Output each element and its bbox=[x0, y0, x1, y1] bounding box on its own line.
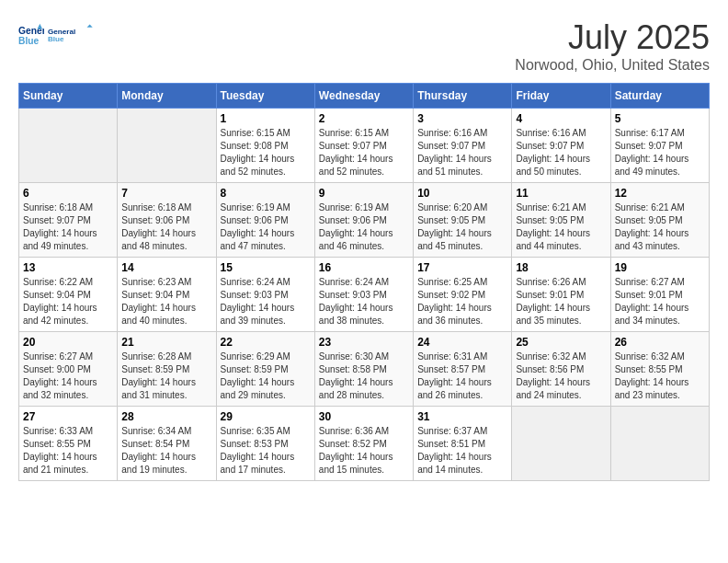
day-info: Sunrise: 6:30 AMSunset: 8:58 PMDaylight:… bbox=[319, 350, 409, 402]
calendar-cell: 18Sunrise: 6:26 AMSunset: 9:01 PMDayligh… bbox=[512, 258, 610, 332]
day-number: 13 bbox=[23, 261, 113, 274]
day-number: 3 bbox=[417, 112, 507, 125]
calendar-cell bbox=[19, 109, 118, 183]
calendar-cell: 4Sunrise: 6:16 AMSunset: 9:07 PMDaylight… bbox=[512, 109, 610, 183]
day-number: 14 bbox=[121, 261, 211, 274]
logo: General Blue General Blue bbox=[18, 18, 94, 51]
calendar-cell: 31Sunrise: 6:37 AMSunset: 8:51 PMDayligh… bbox=[414, 407, 512, 481]
calendar-cell: 10Sunrise: 6:20 AMSunset: 9:05 PMDayligh… bbox=[414, 183, 512, 258]
calendar-cell: 24Sunrise: 6:31 AMSunset: 8:57 PMDayligh… bbox=[414, 332, 512, 407]
calendar-week-5: 27Sunrise: 6:33 AMSunset: 8:55 PMDayligh… bbox=[19, 407, 710, 481]
calendar-cell: 16Sunrise: 6:24 AMSunset: 9:03 PMDayligh… bbox=[314, 258, 413, 332]
calendar-cell bbox=[512, 407, 610, 481]
day-info: Sunrise: 6:21 AMSunset: 9:05 PMDaylight:… bbox=[516, 201, 606, 253]
calendar-cell: 6Sunrise: 6:18 AMSunset: 9:07 PMDaylight… bbox=[19, 183, 118, 258]
day-number: 27 bbox=[23, 410, 113, 423]
calendar-cell: 29Sunrise: 6:35 AMSunset: 8:53 PMDayligh… bbox=[216, 407, 314, 481]
svg-text:Blue: Blue bbox=[48, 35, 64, 43]
calendar-cell: 11Sunrise: 6:21 AMSunset: 9:05 PMDayligh… bbox=[512, 183, 610, 258]
column-header-thursday: Thursday bbox=[414, 84, 512, 109]
calendar-cell: 20Sunrise: 6:27 AMSunset: 9:00 PMDayligh… bbox=[19, 332, 118, 407]
calendar-cell: 23Sunrise: 6:30 AMSunset: 8:58 PMDayligh… bbox=[314, 332, 413, 407]
calendar-cell: 25Sunrise: 6:32 AMSunset: 8:56 PMDayligh… bbox=[512, 332, 610, 407]
day-number: 4 bbox=[516, 112, 606, 125]
day-info: Sunrise: 6:27 AMSunset: 9:00 PMDaylight:… bbox=[23, 350, 113, 402]
calendar-cell: 12Sunrise: 6:21 AMSunset: 9:05 PMDayligh… bbox=[610, 183, 709, 258]
calendar-cell: 9Sunrise: 6:19 AMSunset: 9:06 PMDaylight… bbox=[314, 183, 413, 258]
day-number: 8 bbox=[221, 187, 311, 200]
column-header-sunday: Sunday bbox=[19, 84, 118, 109]
day-info: Sunrise: 6:35 AMSunset: 8:53 PMDaylight:… bbox=[221, 425, 311, 477]
calendar-cell: 5Sunrise: 6:17 AMSunset: 9:07 PMDaylight… bbox=[610, 109, 709, 183]
calendar-cell: 13Sunrise: 6:22 AMSunset: 9:04 PMDayligh… bbox=[19, 258, 118, 332]
day-info: Sunrise: 6:31 AMSunset: 8:57 PMDaylight:… bbox=[417, 350, 507, 402]
svg-text:Blue: Blue bbox=[18, 36, 40, 46]
svg-text:General: General bbox=[48, 28, 75, 36]
calendar-cell: 19Sunrise: 6:27 AMSunset: 9:01 PMDayligh… bbox=[610, 258, 709, 332]
column-header-wednesday: Wednesday bbox=[314, 84, 413, 109]
location: Norwood, Ohio, United States bbox=[515, 57, 710, 74]
day-number: 18 bbox=[516, 261, 606, 274]
day-number: 16 bbox=[319, 261, 409, 274]
day-info: Sunrise: 6:33 AMSunset: 8:55 PMDaylight:… bbox=[23, 425, 113, 477]
day-info: Sunrise: 6:15 AMSunset: 9:07 PMDaylight:… bbox=[319, 127, 409, 178]
day-number: 12 bbox=[615, 187, 705, 200]
day-number: 30 bbox=[319, 410, 409, 423]
day-info: Sunrise: 6:19 AMSunset: 9:06 PMDaylight:… bbox=[319, 201, 409, 253]
column-header-friday: Friday bbox=[512, 84, 610, 109]
logo-icon: General Blue bbox=[18, 22, 44, 48]
page-header: General Blue General Blue July 2025 Norw… bbox=[18, 18, 710, 74]
day-number: 19 bbox=[615, 261, 705, 274]
calendar-cell: 14Sunrise: 6:23 AMSunset: 9:04 PMDayligh… bbox=[118, 258, 216, 332]
calendar-header-row: SundayMondayTuesdayWednesdayThursdayFrid… bbox=[19, 84, 710, 109]
day-number: 17 bbox=[417, 261, 507, 274]
day-info: Sunrise: 6:27 AMSunset: 9:01 PMDaylight:… bbox=[615, 276, 705, 327]
calendar-table: SundayMondayTuesdayWednesdayThursdayFrid… bbox=[18, 83, 710, 481]
day-number: 25 bbox=[516, 336, 606, 349]
day-info: Sunrise: 6:29 AMSunset: 8:59 PMDaylight:… bbox=[221, 350, 311, 402]
calendar-week-3: 13Sunrise: 6:22 AMSunset: 9:04 PMDayligh… bbox=[19, 258, 710, 332]
day-info: Sunrise: 6:34 AMSunset: 8:54 PMDaylight:… bbox=[121, 425, 211, 477]
calendar-cell: 7Sunrise: 6:18 AMSunset: 9:06 PMDaylight… bbox=[118, 183, 216, 258]
calendar-cell: 15Sunrise: 6:24 AMSunset: 9:03 PMDayligh… bbox=[216, 258, 314, 332]
day-number: 9 bbox=[319, 187, 409, 200]
calendar-cell: 30Sunrise: 6:36 AMSunset: 8:52 PMDayligh… bbox=[314, 407, 413, 481]
calendar-cell: 21Sunrise: 6:28 AMSunset: 8:59 PMDayligh… bbox=[118, 332, 216, 407]
day-number: 20 bbox=[23, 336, 113, 349]
day-number: 23 bbox=[319, 336, 409, 349]
day-number: 24 bbox=[417, 336, 507, 349]
calendar-cell: 17Sunrise: 6:25 AMSunset: 9:02 PMDayligh… bbox=[414, 258, 512, 332]
day-number: 7 bbox=[121, 187, 211, 200]
column-header-monday: Monday bbox=[118, 84, 216, 109]
svg-marker-5 bbox=[87, 25, 93, 28]
day-number: 26 bbox=[615, 336, 705, 349]
calendar-cell: 27Sunrise: 6:33 AMSunset: 8:55 PMDayligh… bbox=[19, 407, 118, 481]
day-number: 15 bbox=[221, 261, 311, 274]
day-info: Sunrise: 6:18 AMSunset: 9:06 PMDaylight:… bbox=[121, 201, 211, 253]
day-info: Sunrise: 6:28 AMSunset: 8:59 PMDaylight:… bbox=[121, 350, 211, 402]
day-info: Sunrise: 6:24 AMSunset: 9:03 PMDaylight:… bbox=[221, 276, 311, 327]
calendar-cell: 22Sunrise: 6:29 AMSunset: 8:59 PMDayligh… bbox=[216, 332, 314, 407]
day-number: 6 bbox=[23, 187, 113, 200]
day-number: 28 bbox=[121, 410, 211, 423]
day-info: Sunrise: 6:20 AMSunset: 9:05 PMDaylight:… bbox=[417, 201, 507, 253]
day-info: Sunrise: 6:19 AMSunset: 9:06 PMDaylight:… bbox=[221, 201, 311, 253]
day-number: 22 bbox=[221, 336, 311, 349]
calendar-body: 1Sunrise: 6:15 AMSunset: 9:08 PMDaylight… bbox=[19, 109, 710, 481]
calendar-week-4: 20Sunrise: 6:27 AMSunset: 9:00 PMDayligh… bbox=[19, 332, 710, 407]
calendar-cell: 28Sunrise: 6:34 AMSunset: 8:54 PMDayligh… bbox=[118, 407, 216, 481]
calendar-cell: 3Sunrise: 6:16 AMSunset: 9:07 PMDaylight… bbox=[414, 109, 512, 183]
day-info: Sunrise: 6:23 AMSunset: 9:04 PMDaylight:… bbox=[121, 276, 211, 327]
day-info: Sunrise: 6:26 AMSunset: 9:01 PMDaylight:… bbox=[516, 276, 606, 327]
column-header-saturday: Saturday bbox=[610, 84, 709, 109]
day-info: Sunrise: 6:32 AMSunset: 8:56 PMDaylight:… bbox=[516, 350, 606, 402]
calendar-week-1: 1Sunrise: 6:15 AMSunset: 9:08 PMDaylight… bbox=[19, 109, 710, 183]
day-info: Sunrise: 6:36 AMSunset: 8:52 PMDaylight:… bbox=[319, 425, 409, 477]
logo-graphic: General Blue bbox=[48, 18, 94, 51]
day-info: Sunrise: 6:16 AMSunset: 9:07 PMDaylight:… bbox=[516, 127, 606, 178]
calendar-cell bbox=[118, 109, 216, 183]
calendar-cell: 2Sunrise: 6:15 AMSunset: 9:07 PMDaylight… bbox=[314, 109, 413, 183]
day-number: 10 bbox=[417, 187, 507, 200]
month-year: July 2025 bbox=[515, 18, 710, 57]
day-info: Sunrise: 6:37 AMSunset: 8:51 PMDaylight:… bbox=[417, 425, 507, 477]
